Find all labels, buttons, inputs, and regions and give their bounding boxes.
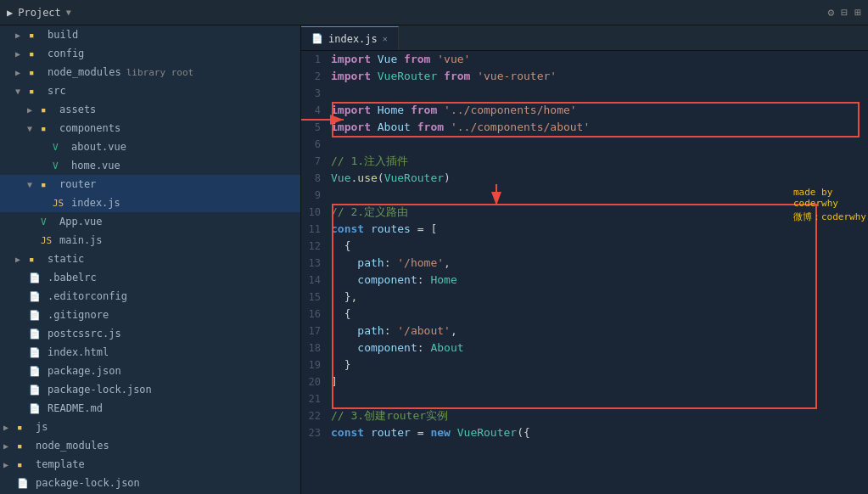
line-content-2[interactable]: import VueRouter from 'vue-router': [331, 68, 868, 85]
line-number-20: 20: [301, 373, 331, 390]
config-icon-package_lock: 📄: [29, 385, 42, 396]
sidebar-item-config[interactable]: ▶▪config: [0, 44, 300, 63]
line-number-12: 12: [301, 238, 331, 255]
token-key: component: [357, 341, 417, 354]
sidebar-item-readme[interactable]: 📄README.md: [0, 399, 300, 418]
line-content-14[interactable]: component: Home: [331, 272, 868, 289]
project-icon: ▶: [7, 7, 13, 19]
line-number-5: 5: [301, 119, 331, 136]
sidebar-label-config: config: [48, 48, 84, 59]
line-content-5[interactable]: import About from '../components/about': [331, 119, 868, 136]
line-content-9[interactable]: [331, 187, 868, 204]
sidebar-item-index_js[interactable]: JSindex.js: [0, 194, 300, 212]
folder-icon-components: ▪: [41, 123, 54, 134]
code-line-10: 10// 2.定义路由: [301, 204, 868, 221]
vue-icon-app_vue: V: [41, 216, 54, 227]
token-comment: // 2.定义路由: [331, 205, 408, 218]
line-number-16: 16: [301, 306, 331, 323]
line-number-15: 15: [301, 289, 331, 306]
js-icon-main_js: JS: [41, 235, 54, 246]
line-content-12[interactable]: {: [331, 238, 868, 255]
title-bar-actions: ⚙ ⊟ ⊞: [828, 6, 861, 19]
sidebar-item-babelrc[interactable]: 📄.babelrc: [0, 268, 300, 287]
tree-arrow-build: ▶: [15, 31, 29, 40]
sidebar-item-package_lock[interactable]: 📄package-lock.json: [0, 380, 300, 399]
line-content-8[interactable]: Vue.use(VueRouter): [331, 170, 868, 187]
split-icon[interactable]: ⊟: [841, 6, 848, 19]
sidebar-item-template[interactable]: ▶▪template: [0, 455, 300, 474]
tree-arrow-js: ▶: [3, 423, 17, 432]
folder-icon-node_modules: ▪: [29, 67, 42, 78]
line-content-16[interactable]: {: [331, 306, 868, 323]
sidebar-label-readme: README.md: [48, 402, 103, 414]
line-number-6: 6: [301, 136, 331, 153]
sidebar-item-build[interactable]: ▶▪build: [0, 25, 300, 44]
sidebar-item-main_js[interactable]: JSmain.js: [0, 231, 300, 250]
sidebar-label-babelrc: .babelrc: [48, 272, 97, 283]
sidebar-item-app_vue[interactable]: VApp.vue: [0, 212, 300, 231]
line-number-17: 17: [301, 323, 331, 340]
made-by-annotation: made by coderwhy 微博：coderwhy: [793, 187, 868, 223]
sidebar-item-assets[interactable]: ▶▪assets: [0, 100, 300, 119]
line-content-10[interactable]: // 2.定义路由: [331, 204, 868, 221]
project-dropdown[interactable]: ▼: [66, 8, 71, 17]
line-content-17[interactable]: path: '/about',: [331, 323, 868, 340]
tab-file-icon: 📄: [311, 33, 323, 44]
token-kw-const: const: [331, 426, 371, 439]
sidebar-item-index_html[interactable]: 📄index.html: [0, 343, 300, 362]
sidebar-item-static[interactable]: ▶▪static: [0, 250, 300, 268]
sidebar[interactable]: ▶▪build▶▪config▶▪node_moduleslibrary roo…: [0, 25, 301, 494]
code-editor[interactable]: 1import Vue from 'vue'2import VueRouter …: [301, 51, 868, 494]
token-kw-const: const: [331, 222, 371, 235]
sidebar-item-postcssrc[interactable]: 📄postcssrc.js: [0, 324, 300, 343]
line-content-20[interactable]: ]: [331, 373, 868, 390]
line-content-15[interactable]: },: [331, 289, 868, 306]
tree-arrow-components: ▼: [27, 124, 41, 133]
sidebar-label-router: router: [59, 178, 96, 190]
sidebar-item-about_vue[interactable]: Vabout.vue: [0, 138, 300, 156]
sidebar-item-src[interactable]: ▼▪src: [0, 81, 300, 100]
line-content-4[interactable]: import Home from '../components/home': [331, 102, 868, 119]
tab-index-js[interactable]: 📄 index.js ✕: [301, 26, 399, 50]
project-label[interactable]: Project: [18, 7, 61, 19]
folder-icon-config: ▪: [29, 48, 42, 59]
vue-icon-home_vue: V: [53, 160, 66, 171]
line-content-11[interactable]: const routes = [: [331, 221, 868, 238]
sidebar-item-editorconfig[interactable]: 📄.editorconfig: [0, 287, 300, 306]
sidebar-item-home_vue[interactable]: Vhome.vue: [0, 156, 300, 175]
line-content-18[interactable]: component: About: [331, 340, 868, 356]
sidebar-item-package_json[interactable]: 📄package.json: [0, 362, 300, 380]
line-content-19[interactable]: }: [331, 356, 868, 373]
line-content-3[interactable]: [331, 85, 868, 102]
line-content-23[interactable]: const router = new VueRouter({: [331, 424, 868, 441]
token-identifier: Vue: [378, 53, 404, 65]
sidebar-item-package_lock2[interactable]: 📄package-lock.json: [0, 474, 300, 492]
main-layout: ▶▪build▶▪config▶▪node_moduleslibrary roo…: [0, 25, 868, 494]
line-content-1[interactable]: import Vue from 'vue': [331, 51, 868, 68]
token-plain: ): [444, 171, 451, 184]
sidebar-item-gitignore[interactable]: 📄.gitignore: [0, 306, 300, 324]
tree-arrow-static: ▶: [15, 255, 29, 264]
sidebar-item-components[interactable]: ▼▪components: [0, 119, 300, 138]
sidebar-item-js[interactable]: ▶▪js: [0, 418, 300, 436]
sidebar-item-router[interactable]: ▼▪router: [0, 175, 300, 194]
tab-bar: 📄 index.js ✕: [301, 25, 868, 51]
line-content-7[interactable]: // 1.注入插件: [331, 153, 868, 170]
tree-arrow-node_modules: ▶: [15, 68, 29, 77]
settings-icon[interactable]: ⚙: [828, 6, 835, 19]
line-content-6[interactable]: [331, 136, 868, 153]
sidebar-label-node_modules: node_modules: [48, 66, 121, 78]
code-line-14: 14 component: Home: [301, 272, 868, 289]
line-content-13[interactable]: path: '/home',: [331, 255, 868, 272]
line-content-21[interactable]: [331, 390, 868, 407]
folder-icon-src: ▪: [29, 86, 42, 97]
folder-icon-router: ▪: [41, 179, 54, 190]
line-content-22[interactable]: // 3.创建router实例: [331, 407, 868, 424]
tab-close-button[interactable]: ✕: [383, 34, 388, 43]
sidebar-item-node_modules2[interactable]: ▶▪node_modules: [0, 436, 300, 455]
folder-icon-node_modules2: ▪: [17, 441, 31, 452]
layout-icon[interactable]: ⊞: [854, 6, 861, 19]
token-key: path: [357, 324, 384, 337]
sidebar-item-node_modules[interactable]: ▶▪node_moduleslibrary root: [0, 63, 300, 81]
line-number-3: 3: [301, 85, 331, 102]
